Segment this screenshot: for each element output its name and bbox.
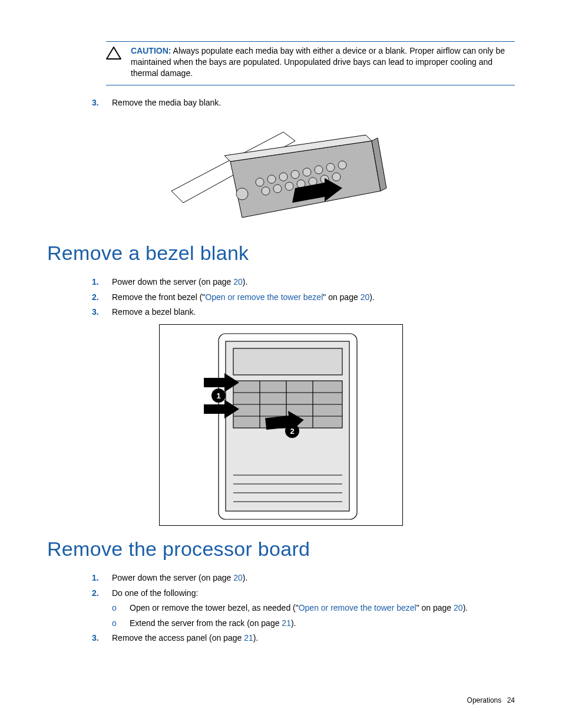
step-text: Do one of the following:: [112, 588, 515, 599]
page-link[interactable]: 21: [282, 618, 291, 628]
caution-triangle-icon: [106, 45, 121, 79]
svg-point-19: [236, 188, 248, 200]
caution-text: CAUTION: Always populate each media bay …: [131, 45, 515, 79]
page-footer: Operations 24: [467, 696, 515, 704]
step-text: Remove the access panel (on page 21).: [112, 633, 515, 644]
svg-point-6: [279, 173, 287, 181]
footer-section: Operations: [467, 696, 502, 704]
svg-point-11: [338, 161, 346, 169]
substep-row: o Extend the server from the rack (on pa…: [47, 618, 515, 630]
svg-point-8: [303, 168, 311, 176]
caution-body: Always populate each media bay with eith…: [131, 46, 505, 78]
svg-text:1: 1: [216, 391, 220, 400]
page-link[interactable]: 20: [361, 292, 370, 302]
step-text: Remove a bezel blank.: [112, 307, 515, 318]
step-row: 3. Remove the access panel (on page 21).: [47, 633, 515, 644]
substep-text: Extend the server from the rack (on page…: [130, 618, 515, 630]
figure-media-bay: [47, 114, 515, 230]
heading-remove-processor-board: Remove the processor board: [47, 538, 515, 561]
figure-image-placeholder: 1 2: [159, 324, 403, 526]
figure-image-placeholder: [160, 114, 402, 230]
step-number: 3.: [47, 633, 112, 644]
svg-rect-24: [233, 348, 342, 375]
step-row: 2. Do one of the following:: [47, 588, 515, 599]
svg-point-12: [262, 187, 270, 195]
step-row: 3. Remove the media bay blank.: [47, 97, 515, 109]
step-text: Remove the media bay blank.: [112, 97, 515, 109]
xref-link[interactable]: Open or remove the tower bezel: [299, 603, 416, 612]
step-number: 2.: [47, 588, 112, 599]
h2-step-list: 1. Power down the server (on page 20). 2…: [47, 572, 515, 644]
svg-text:2: 2: [290, 427, 294, 436]
svg-point-4: [256, 178, 264, 186]
h1-step-list: 1. Power down the server (on page 20). 2…: [47, 276, 515, 318]
svg-point-18: [332, 173, 340, 181]
step-number: 3.: [47, 307, 112, 318]
svg-point-13: [273, 185, 282, 193]
substep-bullet: o: [47, 618, 130, 630]
substep-bullet: o: [47, 602, 130, 614]
page-link[interactable]: 20: [233, 573, 243, 582]
svg-point-10: [326, 163, 335, 172]
step-text: Power down the server (on page 20).: [112, 572, 515, 584]
figure-bezel-blank: 1 2: [47, 324, 515, 526]
step-number: 2.: [47, 292, 112, 304]
step-row: 1. Power down the server (on page 20).: [47, 572, 515, 584]
svg-point-5: [267, 175, 276, 183]
svg-point-9: [315, 166, 323, 174]
top-step-list: 3. Remove the media bay blank.: [47, 97, 515, 109]
xref-link[interactable]: Open or remove the tower bezel: [205, 292, 323, 302]
svg-point-14: [285, 182, 293, 190]
step-text: Power down the server (on page 20).: [112, 276, 515, 288]
page-link[interactable]: 21: [244, 633, 253, 643]
step-text: Remove the front bezel ("Open or remove …: [112, 292, 515, 304]
page-link[interactable]: 20: [233, 277, 243, 286]
page-container: CAUTION: Always populate each media bay …: [0, 0, 562, 728]
step-row: 3. Remove a bezel blank.: [47, 307, 515, 318]
heading-remove-bezel-blank: Remove a bezel blank: [47, 242, 515, 265]
substep-row: o Open or remove the tower bezel, as nee…: [47, 602, 515, 614]
step-row: 2. Remove the front bezel ("Open or remo…: [47, 292, 515, 304]
step-number: 1.: [47, 572, 112, 584]
substep-text: Open or remove the tower bezel, as neede…: [130, 602, 515, 614]
caution-label: CAUTION:: [131, 46, 171, 55]
step-row: 1. Power down the server (on page 20).: [47, 276, 515, 288]
footer-page-number: 24: [507, 696, 515, 704]
svg-point-7: [291, 170, 299, 179]
step-number: 1.: [47, 276, 112, 288]
page-link[interactable]: 20: [454, 603, 463, 612]
step-number: 3.: [47, 97, 112, 109]
caution-box: CAUTION: Always populate each media bay …: [106, 41, 515, 85]
